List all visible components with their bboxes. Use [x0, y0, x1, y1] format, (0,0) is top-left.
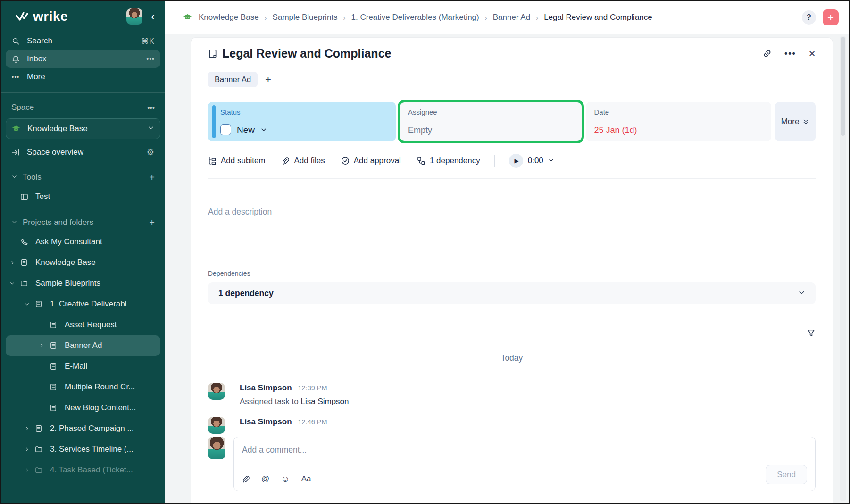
dependencies-dropdown[interactable]: 1 dependency [208, 282, 816, 304]
mention-icon[interactable]: @ [261, 474, 269, 484]
complete-checkbox[interactable] [220, 124, 231, 135]
doc-icon [49, 321, 58, 329]
scrollbar[interactable] [840, 36, 846, 501]
sidebar-item-banner-ad[interactable]: Banner Ad [6, 335, 160, 356]
paperclip-icon [282, 157, 290, 165]
filter-icon[interactable] [804, 329, 818, 339]
sidebar-item-test[interactable]: Test [6, 186, 160, 207]
doc-icon [49, 362, 58, 371]
comment-time: 12:46 PM [298, 418, 327, 426]
chevron-down-icon[interactable] [11, 218, 18, 227]
comment-avatar[interactable] [208, 417, 225, 434]
description-placeholder[interactable]: Add a description [208, 207, 816, 217]
play-icon[interactable]: ▶ [509, 154, 523, 168]
space-menu-icon[interactable]: ••• [147, 104, 155, 112]
dependency-button[interactable]: 1 dependency [417, 156, 480, 165]
sidebar-item-knowledge-base[interactable]: Knowledge Base [6, 252, 160, 273]
add-project-button[interactable]: + [149, 217, 155, 228]
add-tool-button[interactable]: + [149, 172, 155, 183]
help-button[interactable]: ? [802, 10, 816, 25]
sidebar-item-phased-campaign[interactable]: 2. Phased Campaign ... [6, 418, 160, 439]
breadcrumb-separator: › [265, 14, 267, 22]
scrollbar-thumb[interactable] [841, 37, 845, 136]
comment-author[interactable]: Lisa Simpson [240, 383, 292, 393]
chevron-right-icon[interactable] [24, 467, 34, 473]
create-button[interactable]: + [823, 9, 839, 25]
sidebar-item-search[interactable]: Search ⌘K [6, 32, 160, 50]
attach-icon[interactable] [242, 475, 250, 483]
breadcrumb-item[interactable]: Sample Blueprints [273, 13, 338, 22]
breadcrumb-item[interactable]: Banner Ad [493, 13, 530, 22]
inbox-menu-icon[interactable]: ••• [146, 55, 155, 63]
bell-icon [11, 55, 20, 63]
breadcrumb-item[interactable]: Knowledge Base [199, 13, 259, 22]
tree-item-label: Knowledge Base [35, 258, 96, 267]
doc-icon [34, 424, 43, 433]
tag-banner-ad[interactable]: Banner Ad [208, 72, 258, 87]
sidebar-item-more[interactable]: ••• More [6, 68, 160, 86]
right-gutter [833, 34, 849, 503]
chevron-down-icon[interactable] [9, 281, 20, 286]
sidebar-item-ask-my-consultant[interactable]: Ask My Consultant [6, 231, 160, 252]
sidebar-item-task-based[interactable]: 4. Task Based (Ticket... [6, 460, 160, 480]
status-label: Status [220, 108, 387, 116]
chevron-right-icon[interactable] [24, 446, 34, 452]
chevron-down-icon[interactable] [24, 301, 34, 307]
breadcrumb-separator: › [343, 14, 346, 22]
space-selector-knowledge-base[interactable]: Knowledge Base [6, 118, 160, 139]
task-menu-icon[interactable]: ••• [784, 49, 796, 58]
sidebar-item-multiple-round[interactable]: Multiple Round Cr... [6, 377, 160, 397]
chevron-right-icon[interactable] [24, 426, 34, 431]
add-subitem-button[interactable]: Add subitem [208, 156, 266, 165]
more-label: More [27, 72, 45, 82]
more-fields-button[interactable]: More [775, 102, 816, 141]
sidebar-tree: Ask My Consultant Knowledge Base Sample … [1, 231, 165, 503]
status-field[interactable]: Status New [208, 102, 396, 141]
chevron-down-icon[interactable] [11, 173, 18, 182]
collapse-sidebar-icon[interactable]: ‹ [149, 10, 157, 23]
assignee-value: Empty [408, 125, 574, 135]
search-label: Search [27, 36, 52, 46]
user-avatar[interactable] [126, 8, 142, 25]
comment-input-box[interactable]: Add a comment... @ ☺ Aa Send [233, 437, 816, 491]
assignee-field-highlighted[interactable]: Assignee Empty [400, 102, 582, 141]
gear-icon[interactable]: ⚙ [147, 147, 155, 157]
projects-section-header[interactable]: Projects and folders + [6, 215, 160, 231]
wrike-logo[interactable]: wrike [15, 9, 126, 24]
sidebar-item-creative-deliverables[interactable]: 1. Creative Deliverabl... [6, 294, 160, 314]
timer-control[interactable]: ▶ 0:00 [509, 154, 554, 168]
chevron-right-icon[interactable] [9, 260, 20, 265]
sidebar-item-new-blog-content[interactable]: New Blog Content... [6, 397, 160, 418]
sidebar-item-sample-blueprints[interactable]: Sample Blueprints [6, 273, 160, 294]
tree-item-label: Multiple Round Cr... [65, 382, 135, 392]
sidebar-item-asset-request[interactable]: Asset Request [6, 314, 160, 335]
space-overview-label: Space overview [27, 148, 83, 157]
close-icon[interactable]: ✕ [808, 49, 816, 59]
sidebar-item-space-overview[interactable]: Space overview ⚙ [6, 142, 160, 163]
add-tag-button[interactable]: + [265, 74, 271, 86]
comment-avatar[interactable] [208, 383, 225, 400]
date-field[interactable]: Date 25 Jan (1d) [586, 102, 772, 141]
tag-row: Banner Ad + [208, 72, 816, 87]
sidebar-item-e-mail[interactable]: E-Mail [6, 356, 160, 377]
comment-input[interactable]: Add a comment... [242, 445, 807, 455]
add-approval-button[interactable]: Add approval [341, 156, 401, 165]
tools-section-header[interactable]: Tools + [6, 169, 160, 185]
comment-entry: Lisa Simpson 12:46 PM [208, 417, 816, 434]
comment-composer: Add a comment... @ ☺ Aa Send [208, 437, 816, 503]
chevron-right-icon[interactable] [39, 343, 49, 348]
sidebar-item-inbox[interactable]: Inbox ••• [6, 50, 160, 68]
more-fields-label: More [781, 117, 800, 126]
breadcrumb-item[interactable]: 1. Creative Deliverables (Marketing) [351, 13, 479, 22]
send-button[interactable]: Send [766, 465, 807, 484]
sidebar-item-services-timeline[interactable]: 3. Services Timeline (... [6, 439, 160, 460]
breadcrumb: Knowledge Base › Sample Blueprints › 1. … [183, 13, 802, 22]
copy-link-icon[interactable] [762, 49, 772, 58]
comment-author[interactable]: Lisa Simpson [240, 417, 292, 427]
more-dots-icon: ••• [11, 73, 20, 81]
chevron-down-icon[interactable] [548, 156, 554, 165]
emoji-icon[interactable]: ☺ [281, 474, 290, 484]
text-format-icon[interactable]: Aa [301, 474, 311, 484]
add-files-button[interactable]: Add files [282, 156, 325, 165]
task-title[interactable]: Legal Review and Compliance [222, 47, 762, 60]
